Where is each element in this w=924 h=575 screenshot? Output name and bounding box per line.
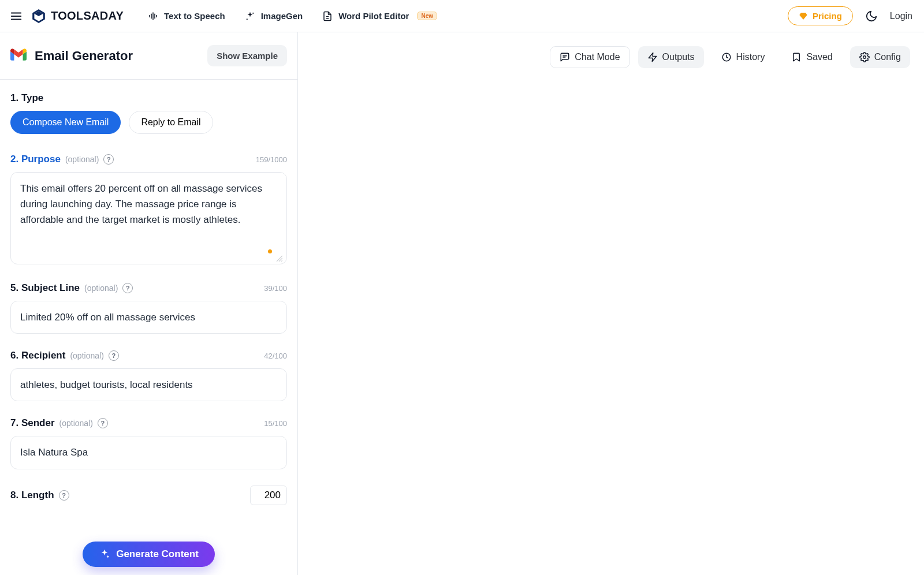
svg-marker-20 xyxy=(649,53,657,62)
length-input[interactable] xyxy=(250,486,287,505)
type-options: Compose New Email Reply to Email xyxy=(10,111,287,134)
new-badge: New xyxy=(417,12,437,20)
help-icon[interactable]: ? xyxy=(122,283,133,293)
purpose-field-wrap xyxy=(10,172,287,266)
step-label: 7. Sender xyxy=(10,417,55,429)
help-icon[interactable]: ? xyxy=(109,350,119,361)
help-icon[interactable]: ? xyxy=(103,154,114,165)
type-reply[interactable]: Reply to Email xyxy=(129,111,213,134)
pricing-button[interactable]: Pricing xyxy=(788,6,853,25)
step-label: 8. Length xyxy=(10,490,54,501)
recipient-input[interactable] xyxy=(10,368,287,401)
bolt-icon xyxy=(647,52,658,62)
tab-history[interactable]: History xyxy=(712,46,774,68)
pricing-label: Pricing xyxy=(813,11,842,21)
optional-label: (optional) xyxy=(59,419,93,428)
optional-label: (optional) xyxy=(84,283,118,293)
step-label: 1. Type xyxy=(10,92,43,104)
document-icon xyxy=(322,11,333,21)
waveform-icon xyxy=(148,11,158,21)
step-length-header: 8. Length ? xyxy=(10,486,287,505)
moon-icon xyxy=(865,10,878,23)
step-subject-header: 5. Subject Line (optional) ? 39/100 xyxy=(10,282,287,294)
sender-input[interactable] xyxy=(10,436,287,469)
svg-line-17 xyxy=(281,260,282,262)
tab-chat-mode[interactable]: Chat Mode xyxy=(550,46,629,68)
top-nav-right: Pricing Login xyxy=(788,6,912,25)
tab-label: Chat Mode xyxy=(575,52,620,62)
output-tabs: Chat Mode Outputs History Saved xyxy=(298,32,924,68)
history-icon xyxy=(721,52,732,62)
tab-label: Saved xyxy=(806,52,832,62)
chat-icon xyxy=(560,52,570,62)
nav-label: Word Pilot Editor xyxy=(338,11,409,21)
sparkles-icon xyxy=(245,11,255,21)
brand-name: TOOLSADAY xyxy=(51,9,124,23)
char-counter: 15/100 xyxy=(264,419,287,428)
step-recipient-header: 6. Recipient (optional) ? 42/100 xyxy=(10,350,287,361)
optional-label: (optional) xyxy=(65,155,99,164)
svg-point-11 xyxy=(252,12,254,13)
bookmark-icon xyxy=(791,52,802,62)
generate-label: Generate Content xyxy=(116,548,199,560)
tab-config[interactable]: Config xyxy=(850,46,910,68)
form-body[interactable]: 1. Type Compose New Email Reply to Email… xyxy=(0,80,297,575)
tab-saved[interactable]: Saved xyxy=(782,46,841,68)
nav-word-pilot[interactable]: Word Pilot Editor New xyxy=(322,11,437,21)
type-compose-new[interactable]: Compose New Email xyxy=(10,111,121,134)
generate-button[interactable]: Generate Content xyxy=(83,542,215,567)
subject-input[interactable] xyxy=(10,301,287,334)
char-counter: 39/100 xyxy=(264,284,287,293)
nav-label: ImageGen xyxy=(261,11,303,21)
login-link[interactable]: Login xyxy=(890,11,912,21)
login-label: Login xyxy=(890,11,912,21)
output-panel: Chat Mode Outputs History Saved xyxy=(298,32,924,575)
svg-point-12 xyxy=(246,18,247,20)
step-label: 2. Purpose xyxy=(10,154,61,165)
tab-label: Outputs xyxy=(662,52,695,62)
resize-grip-icon[interactable] xyxy=(275,255,282,262)
tab-outputs[interactable]: Outputs xyxy=(638,46,704,68)
step-label: 5. Subject Line xyxy=(10,282,80,294)
optional-label: (optional) xyxy=(70,351,103,360)
tab-label: History xyxy=(736,52,765,62)
brand-logo[interactable]: TOOLSADAY xyxy=(31,9,124,24)
show-example-button[interactable]: Show Example xyxy=(207,45,287,66)
purpose-textarea[interactable] xyxy=(10,172,287,264)
top-nav: TOOLSADAY Text to Speech ImageGen Word P… xyxy=(0,0,924,32)
nav-imagegen[interactable]: ImageGen xyxy=(245,11,303,21)
theme-toggle[interactable] xyxy=(865,9,878,23)
char-counter: 42/100 xyxy=(264,352,287,360)
step-type-header: 1. Type xyxy=(10,92,287,104)
svg-point-22 xyxy=(863,56,866,59)
step-purpose-header: 2. Purpose (optional) ? 159/1000 xyxy=(10,154,287,165)
step-label: 6. Recipient xyxy=(10,350,65,361)
step-sender-header: 7. Sender (optional) ? 15/100 xyxy=(10,417,287,429)
gmail-icon xyxy=(10,48,27,64)
char-counter: 159/1000 xyxy=(256,155,287,164)
hamburger-icon xyxy=(10,10,23,23)
gear-icon xyxy=(859,52,870,62)
top-nav-items: Text to Speech ImageGen Word Pilot Edito… xyxy=(148,11,437,21)
brand-mark-icon xyxy=(31,9,46,24)
tab-label: Config xyxy=(874,52,901,62)
nav-text-to-speech[interactable]: Text to Speech xyxy=(148,11,225,21)
diamond-icon xyxy=(799,12,808,21)
grammar-dot-icon xyxy=(268,249,272,253)
form-header: Email Generator Show Example xyxy=(0,32,297,80)
main-layout: Email Generator Show Example 1. Type Com… xyxy=(0,32,924,575)
form-panel: Email Generator Show Example 1. Type Com… xyxy=(0,32,298,575)
menu-button[interactable] xyxy=(8,8,24,24)
help-icon[interactable]: ? xyxy=(98,418,108,428)
help-icon[interactable]: ? xyxy=(59,490,69,501)
form-title: Email Generator xyxy=(35,48,133,64)
sparkles-icon xyxy=(99,548,110,560)
nav-label: Text to Speech xyxy=(164,11,225,21)
